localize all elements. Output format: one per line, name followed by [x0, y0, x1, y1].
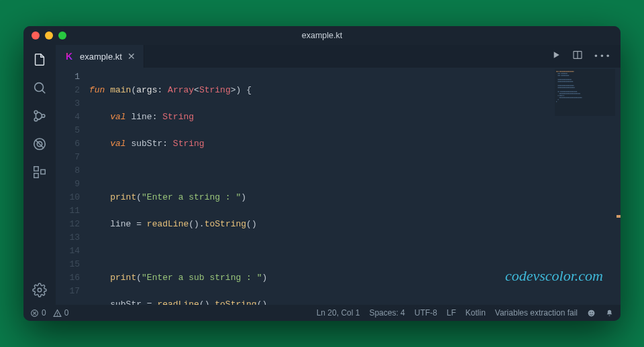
status-message[interactable]: Variables extraction fail — [495, 308, 578, 318]
svg-rect-7 — [34, 167, 38, 171]
svg-point-3 — [34, 118, 38, 121]
window-body: K example.kt ✕ ••• 1 2 3 4 5 6 — [23, 45, 621, 305]
tab-filename: example.kt — [80, 52, 122, 62]
extensions-icon[interactable] — [32, 164, 48, 180]
svg-rect-9 — [41, 169, 45, 174]
svg-point-19 — [590, 311, 590, 312]
status-encoding[interactable]: UTF-8 — [415, 308, 437, 318]
settings-gear-icon[interactable] — [32, 282, 48, 298]
editor-area: K example.kt ✕ ••• 1 2 3 4 5 6 — [56, 45, 621, 305]
status-cursor-position[interactable]: Ln 20, Col 1 — [317, 308, 360, 318]
svg-point-20 — [592, 311, 592, 312]
editor-actions: ••• — [551, 45, 621, 68]
search-icon[interactable] — [32, 80, 48, 96]
svg-rect-8 — [34, 174, 38, 178]
split-editor-icon[interactable] — [572, 50, 583, 63]
status-warnings[interactable]: 0 — [53, 308, 69, 318]
window-title: example.kt — [23, 31, 621, 40]
status-bell-icon[interactable] — [605, 309, 614, 318]
debug-icon[interactable] — [32, 136, 48, 152]
status-language[interactable]: Kotlin — [466, 308, 486, 318]
status-eol[interactable]: LF — [447, 308, 456, 318]
svg-point-17 — [57, 315, 58, 316]
svg-line-1 — [42, 90, 46, 94]
tab-example-kt[interactable]: K example.kt ✕ — [56, 45, 144, 68]
close-tab-icon[interactable]: ✕ — [127, 51, 136, 62]
titlebar: example.kt — [23, 26, 621, 45]
more-actions-icon[interactable]: ••• — [594, 52, 611, 62]
editor-window: example.kt — [23, 26, 621, 321]
tab-bar: K example.kt ✕ ••• — [56, 45, 621, 68]
kotlin-file-icon: K — [64, 51, 74, 62]
svg-point-18 — [588, 309, 595, 316]
source-control-icon[interactable] — [32, 108, 48, 124]
svg-point-10 — [38, 288, 42, 292]
status-errors[interactable]: 0 — [30, 308, 46, 318]
status-indentation[interactable]: Spaces: 4 — [369, 308, 405, 318]
status-bar: 0 0 Ln 20, Col 1 Spaces: 4 UTF-8 LF Kotl… — [23, 305, 621, 321]
explorer-icon[interactable] — [32, 52, 48, 68]
activity-bar — [23, 45, 56, 305]
scroll-decoration — [616, 215, 621, 218]
svg-point-0 — [35, 83, 44, 92]
status-feedback-icon[interactable] — [587, 309, 596, 318]
minimap[interactable]: ▄▄▄ ▄▄▄▄▄▄▄▄▄▄▄▄▄▄▄▄▄▄ ▄▄▄ ▄▄▄▄▄▄▄▄ ▄▄▄ … — [555, 69, 615, 116]
watermark: codevscolor.com — [505, 267, 603, 285]
svg-point-2 — [34, 111, 38, 114]
run-icon[interactable] — [551, 50, 561, 63]
line-number-gutter: 1 2 3 4 5 6 7 8 9 10 11 12 13 14 15 16 1 — [56, 68, 89, 305]
